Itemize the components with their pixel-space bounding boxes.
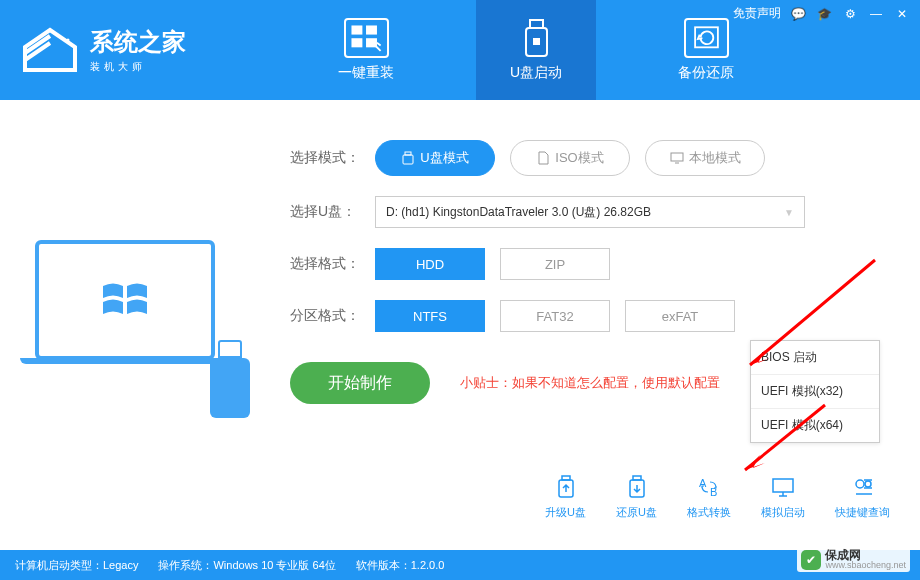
usb-boot-icon (514, 18, 559, 58)
chevron-down-icon: ▼ (784, 207, 794, 218)
popup-bios[interactable]: BIOS 启动 (751, 341, 879, 375)
grad-icon[interactable]: 🎓 (816, 6, 832, 22)
partition-label: 分区格式： (290, 307, 375, 325)
mode-row: 选择模式： U盘模式 ISO模式 本地模式 (290, 140, 890, 176)
svg-rect-12 (671, 153, 683, 161)
titlebar-links: 免责声明 💬 🎓 ⚙ — ✕ (733, 5, 910, 22)
usb-drive-icon (210, 340, 250, 420)
svg-marker-17 (745, 455, 765, 470)
svg-rect-2 (351, 25, 362, 34)
tab-label: 一键重装 (338, 64, 394, 82)
backup-icon (684, 18, 729, 58)
usb-value: D: (hd1) KingstonDataTraveler 3.0 (U盘) 2… (386, 204, 651, 221)
usb-icon (401, 151, 415, 165)
svg-text:A: A (699, 477, 707, 489)
laptop-illustration (35, 240, 235, 400)
watermark-badge-icon: ✔ (801, 550, 821, 570)
usb-restore-icon (624, 474, 650, 500)
watermark: ✔ 保成网 www.sbaocheng.net (797, 547, 910, 572)
bottom-actions: 升级U盘 还原U盘 AB格式转换 模拟启动 快捷键查询 (545, 474, 890, 520)
tab-label: U盘启动 (510, 64, 562, 82)
close-button[interactable]: ✕ (894, 6, 910, 22)
monitor-icon (770, 474, 796, 500)
tab-usb-boot[interactable]: U盘启动 (476, 0, 596, 100)
svg-rect-8 (533, 38, 540, 45)
chat-icon[interactable]: 💬 (791, 7, 806, 21)
popup-uefi32[interactable]: UEFI 模拟(x32) (751, 375, 879, 409)
tip-text: 小贴士：如果不知道怎么配置，使用默认配置 (460, 374, 720, 392)
action-upgrade[interactable]: 升级U盘 (545, 474, 586, 520)
fmt-zip[interactable]: ZIP (500, 248, 610, 280)
logo-house-icon (20, 25, 80, 75)
app-header: 系统之家 装机大师 一键重装 U盘启动 备份还原 免责声明 💬 🎓 ⚙ — ✕ (0, 0, 920, 100)
file-icon (536, 151, 550, 165)
partition-row: 分区格式： NTFS FAT32 exFAT (290, 300, 890, 332)
header-tabs: 一键重装 U盘启动 备份还原 (306, 0, 766, 100)
action-restore[interactable]: 还原U盘 (616, 474, 657, 520)
tab-label: 备份还原 (678, 64, 734, 82)
main-content: 选择模式： U盘模式 ISO模式 本地模式 选择U盘： D: (hd1) Kin… (0, 100, 920, 540)
status-version: 软件版本：1.2.0.0 (356, 558, 445, 573)
usb-upgrade-icon (553, 474, 579, 500)
illustration-panel (0, 100, 270, 540)
boot-popup-menu: BIOS 启动 UEFI 模拟(x32) UEFI 模拟(x64) (750, 340, 880, 443)
logo-subtitle: 装机大师 (90, 60, 186, 74)
mode-label: 选择模式： (290, 149, 375, 167)
usb-select-row: 选择U盘： D: (hd1) KingstonDataTraveler 3.0 … (290, 196, 890, 228)
format-row: 选择格式： HDD ZIP (290, 248, 890, 280)
part-fat32[interactable]: FAT32 (500, 300, 610, 332)
usb-dropdown[interactable]: D: (hd1) KingstonDataTraveler 3.0 (U盘) 2… (375, 196, 805, 228)
format-label: 选择格式： (290, 255, 375, 273)
action-hotkey[interactable]: 快捷键查询 (835, 474, 890, 520)
action-convert[interactable]: AB格式转换 (687, 474, 731, 520)
svg-point-1 (71, 44, 74, 47)
part-exfat[interactable]: exFAT (625, 300, 735, 332)
reinstall-icon (344, 18, 389, 58)
logo-title: 系统之家 (90, 26, 186, 58)
part-ntfs[interactable]: NTFS (375, 300, 485, 332)
svg-rect-4 (351, 38, 362, 47)
app-logo: 系统之家 装机大师 (20, 25, 186, 75)
svg-point-28 (865, 481, 871, 487)
config-panel: 选择模式： U盘模式 ISO模式 本地模式 选择U盘： D: (hd1) Kin… (270, 100, 920, 540)
minimize-button[interactable]: — (868, 6, 884, 22)
mode-usb[interactable]: U盘模式 (375, 140, 495, 176)
svg-rect-24 (773, 479, 793, 492)
convert-icon: AB (696, 474, 722, 500)
tab-reinstall[interactable]: 一键重装 (306, 0, 426, 100)
windows-flag-icon (100, 278, 150, 323)
usb-label: 选择U盘： (290, 203, 375, 221)
fmt-hdd[interactable]: HDD (375, 248, 485, 280)
svg-point-0 (67, 39, 70, 42)
svg-rect-6 (530, 20, 543, 28)
svg-point-27 (856, 480, 864, 488)
mode-local[interactable]: 本地模式 (645, 140, 765, 176)
status-boot-type: 计算机启动类型：Legacy (15, 558, 138, 573)
statusbar: 计算机启动类型：Legacy 操作系统：Windows 10 专业版 64位 软… (0, 550, 920, 580)
svg-rect-11 (403, 155, 413, 164)
status-os: 操作系统：Windows 10 专业版 64位 (158, 558, 335, 573)
svg-rect-3 (366, 25, 377, 34)
action-simulate[interactable]: 模拟启动 (761, 474, 805, 520)
disclaimer-link[interactable]: 免责声明 (733, 5, 781, 22)
monitor-icon (670, 151, 684, 165)
settings-icon[interactable]: ⚙ (842, 6, 858, 22)
mode-iso[interactable]: ISO模式 (510, 140, 630, 176)
start-button[interactable]: 开始制作 (290, 362, 430, 404)
hotkey-icon (850, 474, 876, 500)
popup-uefi64[interactable]: UEFI 模拟(x64) (751, 409, 879, 442)
